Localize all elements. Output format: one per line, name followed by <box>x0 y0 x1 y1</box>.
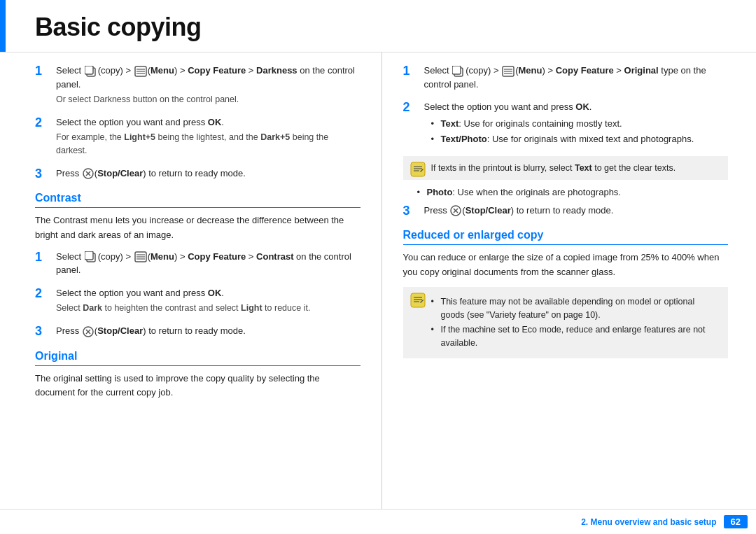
step-subtext: For example, the Light+5 being the light… <box>56 131 360 157</box>
menu-icon <box>502 66 514 77</box>
menu-icon <box>134 251 147 262</box>
original-type-steps: 1 Select (copy) > <box>403 64 729 149</box>
content-area: 1 Select (copy) > <box>0 52 756 509</box>
original-heading: Original <box>35 350 360 363</box>
reduced-intro: You can reduce or enlarge the size of a … <box>403 251 729 280</box>
copy-icon <box>452 66 465 77</box>
note-box: If texts in the printout is blurry, sele… <box>403 156 729 181</box>
step-text: Press (Stop/Clear) to return to ready mo… <box>424 204 729 218</box>
svg-rect-19 <box>452 66 461 74</box>
step-text: Select (copy) > (Menu) > Copy Feature > <box>56 64 360 91</box>
step-text: Select the option you want and press OK. <box>56 286 360 300</box>
step-subtext: Or select Darkness button on the control… <box>56 93 360 106</box>
title-section: Basic copying <box>0 0 756 52</box>
original-intro: The original setting is used to improve … <box>35 372 360 401</box>
bullet-item: If the machine set to Eco mode, reduce a… <box>431 323 720 350</box>
step-number: 2 <box>403 99 419 115</box>
page-title: Basic copying <box>35 13 728 42</box>
photo-bullet-list: Photo: Use when the originals are photog… <box>417 185 729 199</box>
stop-icon <box>83 168 94 179</box>
original-divider <box>35 365 360 366</box>
step-number: 3 <box>403 203 419 219</box>
step-number: 3 <box>35 323 50 339</box>
step-content: Select the option you want and press OK.… <box>56 286 360 317</box>
step-item: 3 Press (Stop/Clear) to return to ready … <box>403 204 729 220</box>
page: Basic copying 1 Select (copy) > <box>0 0 756 534</box>
bullet-item: Photo: Use when the originals are photog… <box>417 185 729 199</box>
step-number: 2 <box>35 115 50 131</box>
contrast-steps: 1 Select (copy) > <box>35 250 360 340</box>
reduced-divider <box>403 244 729 245</box>
step-item: 2 Select the option you want and press O… <box>35 115 360 160</box>
reduced-note-bullets: This feature may not be available depend… <box>431 295 720 350</box>
step-number: 1 <box>35 249 50 265</box>
option-bullets: Text: Use for originals containing mostl… <box>431 117 729 146</box>
step-text: Select the option you want and press OK. <box>56 115 360 129</box>
copy-icon <box>85 251 97 262</box>
step-content: Press (Stop/Clear) to return to ready mo… <box>424 204 729 220</box>
right-column: 1 Select (copy) > <box>382 52 757 509</box>
stop-icon <box>450 205 461 216</box>
step-number: 1 <box>35 63 50 79</box>
step3-list: 3 Press (Stop/Clear) to return to ready … <box>403 204 729 220</box>
step-item: 3 Press (Stop/Clear) to return to ready … <box>35 167 360 183</box>
step-item: 3 Press (Stop/Clear) to return to ready … <box>35 324 360 340</box>
step-item: 1 Select (copy) > <box>35 250 360 279</box>
step-content: Press (Stop/Clear) to return to ready mo… <box>56 324 360 340</box>
footer-page-number: 62 <box>724 515 748 528</box>
note-pencil-icon-2 <box>410 293 426 308</box>
page-footer: 2. Menu overview and basic setup 62 <box>0 509 756 534</box>
step-item: 2 Select the option you want and press O… <box>35 286 360 317</box>
svg-rect-10 <box>85 251 93 260</box>
step-text: Select the option you want and press OK. <box>424 100 729 114</box>
bullet-item: Text: Use for originals containing mostl… <box>431 117 729 131</box>
step-content: Select (copy) > (Menu) > Copy Feature > <box>56 250 360 279</box>
bullet-item: Text/Photo: Use for originals with mixed… <box>431 132 729 146</box>
step-text: Select (copy) > (Menu) > Copy Feature > <box>56 250 360 277</box>
copy-icon <box>85 66 97 77</box>
step-item: 2 Select the option you want and press O… <box>403 100 729 149</box>
step-text: Press (Stop/Clear) to return to ready mo… <box>56 324 360 338</box>
note-pencil-icon <box>410 162 426 177</box>
footer-link[interactable]: 2. Menu overview and basic setup <box>581 517 716 527</box>
darkness-steps: 1 Select (copy) > <box>35 64 360 182</box>
contrast-intro: The Contrast menu lets you increase or d… <box>35 213 360 243</box>
menu-icon <box>134 66 147 77</box>
step-item: 1 Select (copy) > <box>35 64 360 108</box>
contrast-heading: Contrast <box>35 192 360 204</box>
step-content: Press (Stop/Clear) to return to ready mo… <box>56 167 360 183</box>
left-column: 1 Select (copy) > <box>0 52 382 509</box>
step-content: Select (copy) > (Menu) > Copy Feature > <box>56 64 360 108</box>
step-text: Select (copy) > (Menu) > Copy Feature > <box>424 64 729 91</box>
step-text: Press (Stop/Clear) to return to ready mo… <box>56 167 360 181</box>
bullet-item: This feature may not be available depend… <box>431 295 720 322</box>
note-text: If texts in the printout is blurry, sele… <box>431 163 676 173</box>
step-item: 1 Select (copy) > <box>403 64 729 93</box>
reduced-note-box: This feature may not be available depend… <box>403 287 729 358</box>
step-content: Select the option you want and press OK.… <box>424 100 729 149</box>
contrast-divider <box>35 207 360 208</box>
step-content: Select (copy) > (Menu) > Copy Feature > <box>424 64 729 93</box>
step-number: 3 <box>35 166 50 182</box>
svg-rect-1 <box>85 66 93 74</box>
step-subtext: Select Dark to heighten the contrast and… <box>56 302 360 315</box>
reduced-heading: Reduced or enlarged copy <box>403 229 729 241</box>
step-content: Select the option you want and press OK.… <box>56 115 360 160</box>
stop-icon <box>83 326 94 337</box>
step-number: 2 <box>35 286 50 302</box>
step-number: 1 <box>403 63 419 79</box>
